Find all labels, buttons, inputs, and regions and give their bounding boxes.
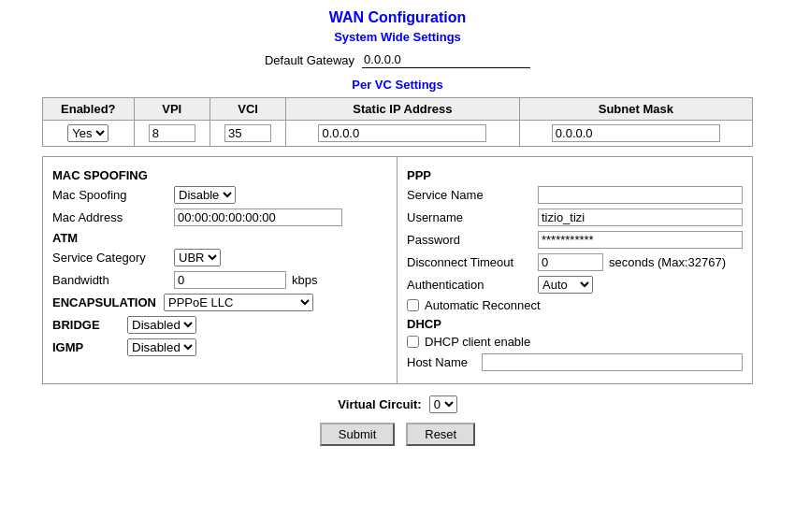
col-vci: VCI: [210, 98, 285, 121]
disconnect-timeout-input[interactable]: [538, 253, 603, 271]
enabled-select[interactable]: Yes No: [67, 124, 108, 142]
ppp-header: PPP: [407, 168, 743, 182]
page-title: WAN Configuration: [19, 9, 776, 26]
default-gateway-label: Default Gateway: [265, 53, 354, 67]
service-category-select[interactable]: UBR CBR VBR: [174, 249, 221, 266]
default-gateway-input[interactable]: [362, 51, 530, 68]
vci-input[interactable]: [224, 124, 271, 142]
vpi-input[interactable]: [149, 124, 195, 142]
mac-spoofing-select[interactable]: Disable Enable: [174, 186, 236, 204]
igmp-select[interactable]: Disabled Enabled: [127, 338, 196, 356]
password-input[interactable]: [538, 231, 743, 249]
host-name-input[interactable]: [482, 353, 743, 371]
dhcp-client-label: DHCP client enable: [425, 335, 530, 349]
auto-reconnect-label: Automatic Reconnect: [425, 298, 541, 312]
main-section: MAC SPOOFING Mac Spoofing Disable Enable…: [42, 156, 753, 384]
password-label: Password: [407, 233, 538, 247]
username-input[interactable]: [538, 208, 743, 226]
bandwidth-unit: kbps: [292, 273, 317, 287]
reset-button[interactable]: [406, 423, 475, 446]
bridge-label: BRIDGE: [52, 318, 127, 332]
bridge-select[interactable]: Disabled Enabled: [127, 316, 196, 334]
auto-reconnect-checkbox[interactable]: [407, 299, 419, 311]
atm-header: ATM: [52, 231, 387, 245]
submit-button[interactable]: [320, 423, 395, 446]
system-wide-title: System Wide Settings: [19, 30, 776, 44]
vc-table: Enabled? VPI VCI Static IP Address Subne…: [42, 97, 753, 147]
col-vpi: VPI: [134, 98, 210, 121]
left-panel: MAC SPOOFING Mac Spoofing Disable Enable…: [43, 157, 398, 383]
mac-address-label: Mac Address: [52, 210, 174, 224]
disconnect-timeout-suffix: seconds (Max:32767): [609, 255, 726, 269]
disconnect-timeout-label: Disconnect Timeout: [407, 255, 538, 269]
service-name-label: Service Name: [407, 188, 538, 202]
subnet-mask-input[interactable]: [552, 124, 720, 142]
static-ip-input[interactable]: [318, 124, 486, 142]
encapsulation-label: ENCAPSULATION: [52, 295, 156, 309]
bandwidth-input[interactable]: [174, 271, 286, 289]
table-row: Yes No: [43, 121, 753, 147]
per-vc-title: Per VC Settings: [19, 78, 776, 92]
virtual-circuit-select[interactable]: 0 1 2 3 4 5 6 7: [429, 395, 457, 413]
encapsulation-select[interactable]: PPPoE LLC PPPoE VC RFC1483 Bridged RFC14…: [164, 294, 313, 311]
igmp-label: IGMP: [52, 340, 127, 354]
authentication-label: Authentication: [407, 278, 538, 292]
right-panel: PPP Service Name Username Password Disco…: [398, 157, 752, 383]
col-subnet-mask: Subnet Mask: [519, 98, 752, 121]
col-static-ip: Static IP Address: [286, 98, 519, 121]
service-category-label: Service Category: [52, 251, 174, 265]
mac-spoofing-header: MAC SPOOFING: [52, 168, 387, 182]
mac-address-input[interactable]: [174, 208, 342, 226]
col-enabled: Enabled?: [43, 98, 135, 121]
mac-spoofing-label: Mac Spoofing: [52, 188, 174, 202]
dhcp-client-checkbox[interactable]: [407, 336, 419, 348]
host-name-label: Host Name: [407, 355, 482, 369]
authentication-select[interactable]: Auto PAP CHAP: [538, 276, 593, 294]
dhcp-header: DHCP: [407, 317, 743, 331]
bandwidth-label: Bandwidth: [52, 273, 174, 287]
virtual-circuit-label: Virtual Circuit:: [338, 397, 421, 411]
username-label: Username: [407, 210, 538, 224]
service-name-input[interactable]: [538, 186, 743, 204]
